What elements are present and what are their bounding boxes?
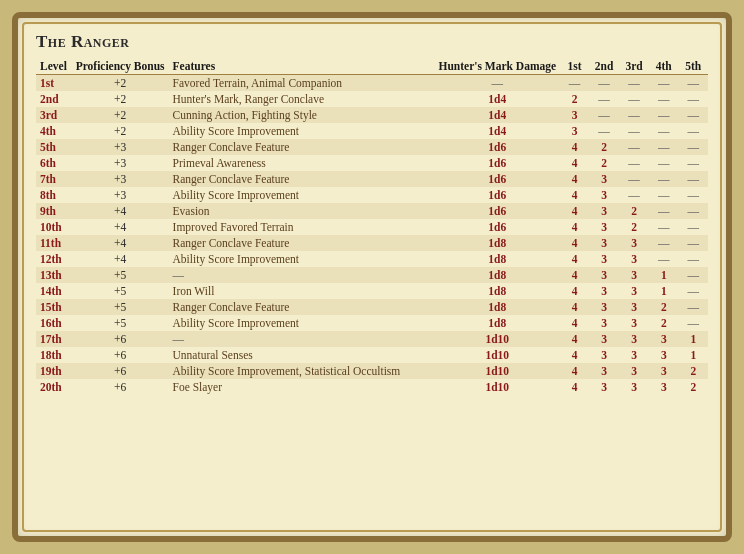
cell-spell-3: 2 bbox=[619, 203, 649, 219]
cell-proficiency: +5 bbox=[72, 283, 169, 299]
cell-features: Ability Score Improvement bbox=[169, 123, 435, 139]
cell-spell-5: — bbox=[679, 267, 709, 283]
cell-spell-5: — bbox=[679, 155, 709, 171]
table-row: 1st+2Favored Terrain, Animal Companion——… bbox=[36, 75, 708, 92]
cell-spell-5: 1 bbox=[679, 331, 709, 347]
cell-features: Hunter's Mark, Ranger Conclave bbox=[169, 91, 435, 107]
cell-spell-4: — bbox=[649, 123, 678, 139]
cell-spell-1: 4 bbox=[560, 331, 589, 347]
cell-spell-5: — bbox=[679, 75, 709, 92]
cell-level: 2nd bbox=[36, 91, 72, 107]
cell-features: — bbox=[169, 267, 435, 283]
cell-spell-3: 3 bbox=[619, 347, 649, 363]
cell-spell-2: 3 bbox=[589, 299, 619, 315]
cell-proficiency: +4 bbox=[72, 203, 169, 219]
cell-spell-4: — bbox=[649, 139, 678, 155]
cell-hunters-mark: — bbox=[435, 75, 561, 92]
cell-spell-5: — bbox=[679, 187, 709, 203]
cell-proficiency: +3 bbox=[72, 171, 169, 187]
cell-features: Favored Terrain, Animal Companion bbox=[169, 75, 435, 92]
cell-spell-1: — bbox=[560, 75, 589, 92]
cell-spell-2: — bbox=[589, 91, 619, 107]
cell-spell-5: — bbox=[679, 283, 709, 299]
cell-spell-2: 3 bbox=[589, 379, 619, 395]
cell-features: Unnatural Senses bbox=[169, 347, 435, 363]
cell-level: 9th bbox=[36, 203, 72, 219]
cell-hunters-mark: 1d10 bbox=[435, 347, 561, 363]
cell-spell-1: 4 bbox=[560, 299, 589, 315]
cell-level: 18th bbox=[36, 347, 72, 363]
cell-hunters-mark: 1d8 bbox=[435, 235, 561, 251]
cell-spell-1: 4 bbox=[560, 219, 589, 235]
cell-spell-2: 3 bbox=[589, 251, 619, 267]
cell-spell-4: 3 bbox=[649, 363, 678, 379]
header-spell-5: 5th bbox=[679, 58, 709, 75]
cell-hunters-mark: 1d8 bbox=[435, 267, 561, 283]
cell-spell-4: — bbox=[649, 235, 678, 251]
cell-spell-4: 2 bbox=[649, 315, 678, 331]
cell-spell-1: 4 bbox=[560, 315, 589, 331]
table-row: 16th+5Ability Score Improvement1d84332— bbox=[36, 315, 708, 331]
cell-spell-1: 4 bbox=[560, 283, 589, 299]
header-level: Level bbox=[36, 58, 72, 75]
cell-spell-3: — bbox=[619, 171, 649, 187]
cell-spell-1: 4 bbox=[560, 171, 589, 187]
cell-spell-3: — bbox=[619, 155, 649, 171]
cell-proficiency: +5 bbox=[72, 315, 169, 331]
cell-level: 12th bbox=[36, 251, 72, 267]
cell-spell-3: — bbox=[619, 123, 649, 139]
cell-spell-3: — bbox=[619, 75, 649, 92]
cell-spell-1: 4 bbox=[560, 203, 589, 219]
cell-proficiency: +5 bbox=[72, 267, 169, 283]
cell-proficiency: +3 bbox=[72, 155, 169, 171]
cell-level: 17th bbox=[36, 331, 72, 347]
cell-features: Ranger Conclave Feature bbox=[169, 235, 435, 251]
cell-features: Ability Score Improvement bbox=[169, 187, 435, 203]
table-row: 4th+2Ability Score Improvement1d43———— bbox=[36, 123, 708, 139]
cell-spell-5: 2 bbox=[679, 363, 709, 379]
cell-spell-4: 3 bbox=[649, 347, 678, 363]
cell-hunters-mark: 1d4 bbox=[435, 107, 561, 123]
cell-spell-2: 3 bbox=[589, 187, 619, 203]
cell-level: 6th bbox=[36, 155, 72, 171]
table-row: 8th+3Ability Score Improvement1d643——— bbox=[36, 187, 708, 203]
cell-spell-1: 4 bbox=[560, 139, 589, 155]
cell-features: Cunning Action, Fighting Style bbox=[169, 107, 435, 123]
cell-features: Foe Slayer bbox=[169, 379, 435, 395]
cell-spell-5: — bbox=[679, 299, 709, 315]
cell-features: Ability Score Improvement, Statistical O… bbox=[169, 363, 435, 379]
cell-spell-5: — bbox=[679, 171, 709, 187]
cell-proficiency: +6 bbox=[72, 331, 169, 347]
cell-spell-1: 4 bbox=[560, 379, 589, 395]
cell-hunters-mark: 1d6 bbox=[435, 203, 561, 219]
cell-features: Evasion bbox=[169, 203, 435, 219]
cell-spell-3: 3 bbox=[619, 331, 649, 347]
cell-spell-3: — bbox=[619, 107, 649, 123]
header-spell-4: 4th bbox=[649, 58, 678, 75]
table-row: 20th+6Foe Slayer1d1043332 bbox=[36, 379, 708, 395]
cell-hunters-mark: 1d10 bbox=[435, 379, 561, 395]
header-features: Features bbox=[169, 58, 435, 75]
cell-spell-1: 4 bbox=[560, 187, 589, 203]
cell-hunters-mark: 1d6 bbox=[435, 171, 561, 187]
cell-level: 7th bbox=[36, 171, 72, 187]
cell-spell-5: — bbox=[679, 235, 709, 251]
cell-hunters-mark: 1d4 bbox=[435, 91, 561, 107]
cell-proficiency: +4 bbox=[72, 251, 169, 267]
cell-spell-2: — bbox=[589, 75, 619, 92]
cell-level: 13th bbox=[36, 267, 72, 283]
cell-spell-2: 3 bbox=[589, 315, 619, 331]
cell-level: 1st bbox=[36, 75, 72, 92]
cell-spell-3: 3 bbox=[619, 379, 649, 395]
cell-spell-5: — bbox=[679, 219, 709, 235]
cell-hunters-mark: 1d8 bbox=[435, 283, 561, 299]
cell-spell-2: 3 bbox=[589, 331, 619, 347]
table-row: 18th+6Unnatural Senses1d1043331 bbox=[36, 347, 708, 363]
cell-spell-5: — bbox=[679, 123, 709, 139]
header-row: Level Proficiency Bonus Features Hunter'… bbox=[36, 58, 708, 75]
cell-proficiency: +3 bbox=[72, 187, 169, 203]
cell-proficiency: +6 bbox=[72, 347, 169, 363]
header-hunters-mark: Hunter's Mark Damage bbox=[435, 58, 561, 75]
cell-spell-5: — bbox=[679, 315, 709, 331]
cell-spell-3: 3 bbox=[619, 283, 649, 299]
